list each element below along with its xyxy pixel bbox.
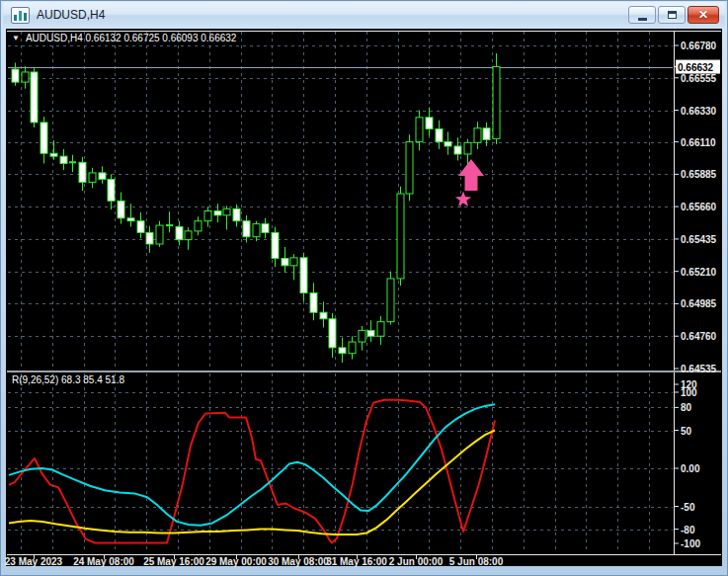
title-bar[interactable]: AUDUSD,H4 ✕ xyxy=(3,2,725,28)
restore-button[interactable] xyxy=(658,6,686,24)
chart-area[interactable] xyxy=(6,29,722,566)
minimize-icon xyxy=(638,18,647,21)
chart-window-icon[interactable] xyxy=(11,7,30,24)
chevron-down-icon[interactable]: ▼ xyxy=(12,34,20,42)
minimize-button[interactable] xyxy=(628,6,656,24)
close-icon: ✕ xyxy=(698,9,708,21)
close-button[interactable]: ✕ xyxy=(688,6,719,24)
chart-window: AUDUSD,H4 ✕ ▼ AUDUSD,H4 0.66132 0.66725 … xyxy=(0,0,728,576)
restore-icon xyxy=(668,11,677,19)
window-controls: ✕ xyxy=(628,6,719,24)
indicator-label: R(9,26,52) 68.3 85.4 51.8 xyxy=(12,374,124,385)
chart-ohlc-header: ▼ AUDUSD,H4 0.66132 0.66725 0.66093 0.66… xyxy=(12,33,236,43)
window-title: AUDUSD,H4 xyxy=(37,8,105,22)
ohlc-text: AUDUSD,H4 0.66132 0.66725 0.66093 0.6663… xyxy=(26,33,237,43)
